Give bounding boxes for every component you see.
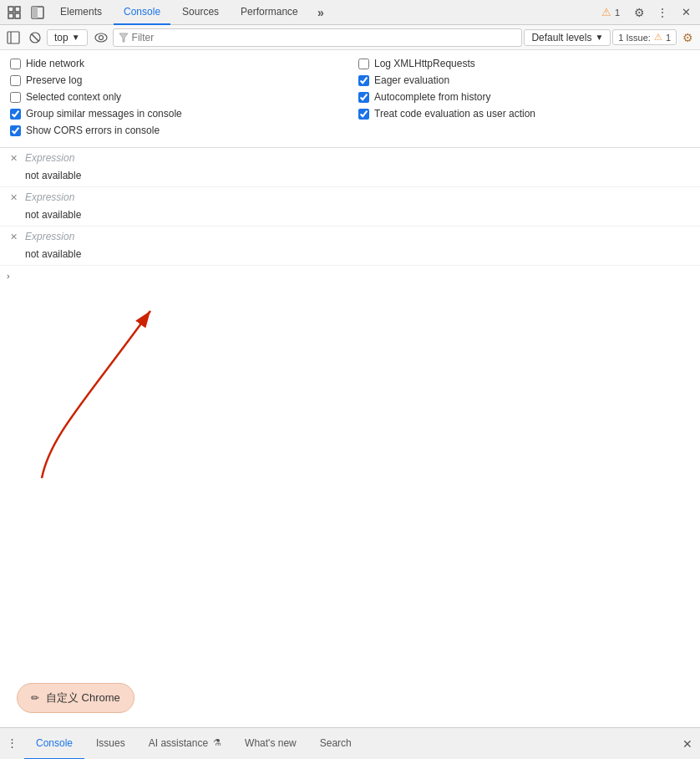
watch-remove-icon[interactable]: ✕ — [7, 191, 20, 204]
filter-input[interactable] — [132, 32, 517, 43]
context-selector[interactable]: top ▼ — [47, 29, 88, 46]
issue-count-badge[interactable]: 1 Issue: ⚠ 1 — [612, 29, 677, 45]
selected-context-row[interactable]: Selected context only — [10, 89, 342, 105]
selected-context-checkbox[interactable] — [10, 92, 21, 103]
pencil-icon: ✏ — [31, 692, 39, 704]
log-xml-checkbox[interactable] — [358, 59, 369, 69]
issue-warning-icon: ⚠ — [601, 6, 611, 18]
svg-point-10 — [95, 33, 107, 42]
levels-arrow-icon: ▼ — [595, 33, 603, 42]
bottom-tab-ai-assistance[interactable]: AI assistance ⚗ — [137, 728, 233, 760]
clear-console-icon[interactable] — [25, 28, 45, 48]
hide-network-checkbox[interactable] — [10, 59, 21, 69]
close-bottom-bar-icon[interactable]: ✕ — [675, 731, 700, 756]
tab-performance[interactable]: Performance — [231, 0, 308, 25]
customize-chrome-button[interactable]: ✏ 自定义 Chrome — [17, 683, 134, 713]
watch-item: ✕ Expression not available — [0, 227, 700, 266]
svg-rect-2 — [8, 13, 13, 18]
log-xml-row[interactable]: Log XMLHttpRequests — [358, 55, 690, 72]
watch-item-header[interactable]: ✕ Expression — [0, 187, 700, 207]
close-devtools-icon[interactable]: ✕ — [675, 2, 697, 23]
settings-nav-icon[interactable]: ⚙ — [628, 2, 650, 23]
watch-remove-icon[interactable]: ✕ — [7, 230, 20, 243]
annotation-arrow — [0, 286, 200, 495]
svg-line-9 — [32, 34, 38, 41]
sidebar-toggle-icon[interactable] — [3, 28, 23, 48]
bottom-tab-console[interactable]: Console — [24, 728, 84, 760]
close-icon: ✕ — [682, 737, 692, 751]
tab-elements[interactable]: Elements — [50, 0, 112, 25]
more-options-icon[interactable]: ⋮ — [652, 2, 673, 23]
settings-panel: Hide network Preserve log Selected conte… — [0, 50, 700, 148]
bottom-tab-search[interactable]: Search — [308, 728, 363, 760]
console-toolbar: top ▼ Default levels ▼ 1 Issue: ⚠ 1 ⚙ — [0, 25, 700, 50]
bottom-tab-bar: ⋮ Console Issues AI assistance ⚗ What's … — [0, 727, 700, 759]
watch-value: not available — [0, 247, 700, 265]
eye-icon[interactable] — [91, 28, 111, 48]
svg-rect-0 — [8, 7, 13, 12]
autocomplete-checkbox[interactable] — [358, 92, 369, 103]
default-levels-selector[interactable]: Default levels ▼ — [524, 29, 611, 46]
filter-box — [113, 28, 523, 47]
svg-rect-6 — [8, 32, 19, 43]
show-cors-row[interactable]: Show CORS errors in console — [10, 122, 342, 139]
tab-sources[interactable]: Sources — [172, 0, 229, 25]
context-arrow-icon: ▼ — [72, 33, 80, 42]
autocomplete-row[interactable]: Autocomplete from history — [358, 89, 690, 105]
more-tabs-icon[interactable]: » — [310, 2, 332, 23]
dots-icon: ⋮ — [657, 6, 668, 19]
svg-marker-12 — [119, 33, 128, 42]
chevron-right-icon: › — [7, 271, 10, 281]
watch-item-header[interactable]: ✕ Expression — [0, 227, 700, 247]
devtools-icon[interactable] — [3, 2, 25, 23]
eager-eval-row[interactable]: Eager evaluation — [358, 72, 690, 89]
bottom-more-icon: ⋮ — [7, 736, 18, 749]
issue-badge[interactable]: ⚠ 1 — [595, 4, 626, 20]
watch-item-header[interactable]: ✕ Expression — [0, 148, 700, 168]
bottom-tab-whats-new[interactable]: What's new — [233, 728, 308, 760]
close-icon: ✕ — [682, 6, 691, 18]
treat-code-checkbox[interactable] — [358, 109, 369, 120]
watch-value: not available — [0, 168, 700, 186]
group-similar-row[interactable]: Group similar messages in console — [10, 105, 342, 122]
bottom-tab-issues[interactable]: Issues — [84, 728, 137, 760]
issue-warn-icon: ⚠ — [654, 32, 662, 43]
tab-console[interactable]: Console — [114, 0, 170, 25]
svg-rect-3 — [15, 13, 20, 18]
console-settings-icon[interactable]: ⚙ — [678, 28, 697, 47]
gear-settings-icon: ⚙ — [682, 31, 693, 44]
preserve-log-checkbox[interactable] — [10, 75, 21, 86]
svg-point-11 — [99, 35, 103, 39]
watch-item: ✕ Expression not available — [0, 148, 700, 187]
ai-icon: ⚗ — [213, 737, 221, 748]
eager-eval-checkbox[interactable] — [358, 75, 369, 86]
watch-expressions-panel: ✕ Expression not available ✕ Expression … — [0, 148, 700, 286]
treat-code-row[interactable]: Treat code evaluation as user action — [358, 105, 690, 122]
filter-icon — [119, 33, 129, 43]
watch-item: ✕ Expression not available — [0, 187, 700, 227]
show-cors-checkbox[interactable] — [10, 125, 21, 136]
gear-icon: ⚙ — [634, 6, 645, 19]
bottom-tab-more[interactable]: ⋮ — [0, 728, 24, 760]
hide-network-row[interactable]: Hide network — [10, 55, 342, 72]
top-nav-bar: Elements Console Sources Performance » ⚠… — [0, 0, 700, 25]
group-similar-checkbox[interactable] — [10, 109, 21, 120]
preserve-log-row[interactable]: Preserve log — [10, 72, 342, 89]
dock-icon[interactable] — [27, 2, 48, 23]
watch-remove-icon[interactable]: ✕ — [7, 151, 20, 165]
svg-rect-1 — [15, 7, 20, 12]
watch-value: not available — [0, 207, 700, 226]
watch-expand-row[interactable]: › — [0, 266, 700, 286]
customize-chrome-label: 自定义 Chrome — [46, 690, 120, 706]
console-output-area — [0, 286, 700, 654]
svg-rect-5 — [32, 7, 38, 18]
